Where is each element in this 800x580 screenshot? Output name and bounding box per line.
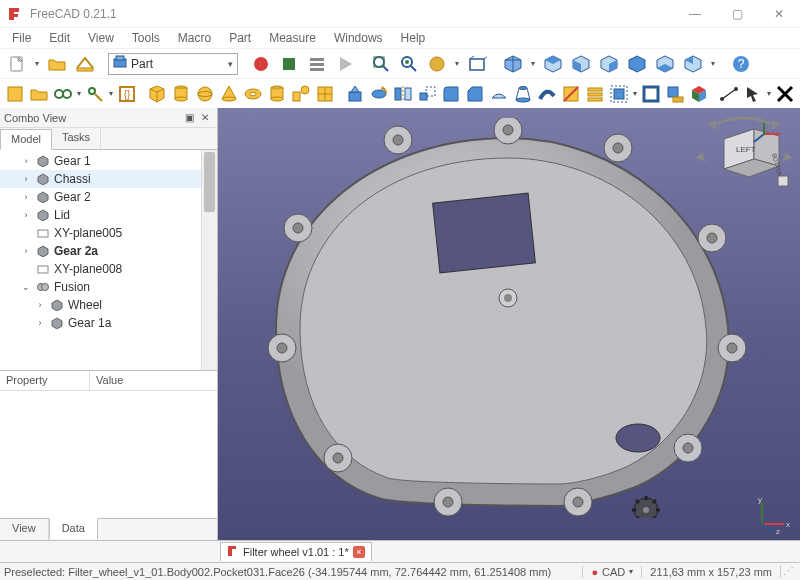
workbench-selector[interactable]: Part ▾ <box>108 53 238 75</box>
tree-item[interactable]: ›Gear 1a <box>0 314 217 332</box>
primitives-button[interactable] <box>290 81 312 107</box>
whats-this-button[interactable]: ? <box>728 51 754 77</box>
tree-expand-toggle[interactable]: › <box>20 210 32 220</box>
macro-list-button[interactable] <box>304 51 330 77</box>
menu-part[interactable]: Part <box>221 29 259 47</box>
fit-all-button[interactable] <box>368 51 394 77</box>
link-actions-dropdown[interactable]: ▾ <box>108 89 114 98</box>
projection-button[interactable] <box>664 81 686 107</box>
document-tab[interactable]: Filter wheel v1.01 : 1* × <box>220 542 372 561</box>
view-top-button[interactable] <box>568 51 594 77</box>
tree-expand-toggle[interactable]: › <box>20 246 32 256</box>
extrude-button[interactable] <box>344 81 366 107</box>
link-actions-button[interactable] <box>84 81 106 107</box>
cone-button[interactable] <box>218 81 240 107</box>
sweep-button[interactable] <box>536 81 558 107</box>
menu-windows[interactable]: Windows <box>326 29 391 47</box>
arrow-select-button[interactable] <box>742 81 764 107</box>
cross-sections-button[interactable] <box>584 81 606 107</box>
view-front-button[interactable] <box>540 51 566 77</box>
view-isometric-dropdown[interactable]: ▾ <box>528 59 538 68</box>
maximize-button[interactable]: ▢ <box>716 0 758 28</box>
tree-expand-toggle[interactable]: › <box>34 318 46 328</box>
tree-item[interactable]: ›Gear 2 <box>0 188 217 206</box>
tree-item[interactable]: XY-plane005 <box>0 224 217 242</box>
tree-item[interactable]: ›Wheel <box>0 296 217 314</box>
tube-button[interactable] <box>266 81 288 107</box>
tree-expand-toggle[interactable]: › <box>20 156 32 166</box>
tree-item[interactable]: ›Lid <box>0 206 217 224</box>
tree-item[interactable]: XY-plane008 <box>0 260 217 278</box>
measure-linear-button[interactable] <box>718 81 740 107</box>
view-left-button[interactable] <box>680 51 706 77</box>
nav-cube[interactable]: LEFT BOTTOM <box>694 114 794 204</box>
view-rear-button[interactable] <box>624 51 650 77</box>
status-resize-grip[interactable]: ⋰ <box>780 565 796 578</box>
link-make-button[interactable] <box>52 81 74 107</box>
view-bottom-button[interactable] <box>652 51 678 77</box>
3d-viewport[interactable]: LEFT BOTTOM x y z <box>218 108 800 540</box>
color-per-face-button[interactable] <box>688 81 710 107</box>
scale-button[interactable] <box>416 81 438 107</box>
tree-expand-toggle[interactable]: › <box>20 174 32 184</box>
menu-edit[interactable]: Edit <box>41 29 78 47</box>
tab-model[interactable]: Model <box>0 129 52 150</box>
property-tab-view[interactable]: View <box>0 519 49 540</box>
model-tree[interactable]: ›Gear 1›Chassi›Gear 2›LidXY-plane005›Gea… <box>0 150 217 370</box>
offset3d-dropdown[interactable]: ▾ <box>632 89 638 98</box>
view-isometric-button[interactable] <box>500 51 526 77</box>
tree-item[interactable]: ›Gear 1 <box>0 152 217 170</box>
status-nav-mode[interactable]: ● CAD ▾ <box>582 566 641 578</box>
tree-item[interactable]: ›Chassi <box>0 170 217 188</box>
close-window-button[interactable]: ✕ <box>758 0 800 28</box>
thickness-button[interactable] <box>640 81 662 107</box>
close-x-button[interactable] <box>774 81 796 107</box>
macro-run-button[interactable] <box>332 51 358 77</box>
draw-style-dropdown[interactable]: ▾ <box>452 59 462 68</box>
menu-help[interactable]: Help <box>393 29 434 47</box>
draw-style-button[interactable] <box>424 51 450 77</box>
cylinder-button[interactable] <box>170 81 192 107</box>
macro-stop-button[interactable] <box>276 51 302 77</box>
tree-expand-toggle[interactable]: › <box>20 192 32 202</box>
create-part-button[interactable] <box>4 81 26 107</box>
minimize-button[interactable]: — <box>674 0 716 28</box>
tree-expand-toggle[interactable]: ⌄ <box>20 282 32 292</box>
new-file-dropdown[interactable]: ▾ <box>32 59 42 68</box>
panel-float-button[interactable]: ▣ <box>181 110 197 126</box>
panel-close-button[interactable]: ✕ <box>197 110 213 126</box>
macro-record-button[interactable] <box>248 51 274 77</box>
scrollbar-thumb[interactable] <box>204 152 215 212</box>
save-file-button[interactable] <box>72 51 98 77</box>
link-dropdown[interactable]: ▾ <box>76 89 82 98</box>
menu-tools[interactable]: Tools <box>124 29 168 47</box>
tree-item[interactable]: ⌄Fusion <box>0 278 217 296</box>
menu-measure[interactable]: Measure <box>261 29 324 47</box>
loft-button[interactable] <box>512 81 534 107</box>
new-file-button[interactable] <box>4 51 30 77</box>
mirror-button[interactable] <box>392 81 414 107</box>
chamfer-button[interactable] <box>464 81 486 107</box>
revolve-button[interactable] <box>368 81 390 107</box>
view-group-dropdown[interactable]: ▾ <box>708 59 718 68</box>
tree-scrollbar[interactable] <box>201 150 217 370</box>
measure-dropdown[interactable]: ▾ <box>766 89 772 98</box>
var-set-button[interactable]: {} <box>116 81 138 107</box>
menu-view[interactable]: View <box>80 29 122 47</box>
section-button[interactable] <box>560 81 582 107</box>
tree-item[interactable]: ›Gear 2a <box>0 242 217 260</box>
sphere-button[interactable] <box>194 81 216 107</box>
bounding-box-button[interactable] <box>464 51 490 77</box>
fillet-button[interactable] <box>440 81 462 107</box>
create-group-button[interactable] <box>28 81 50 107</box>
property-tab-data[interactable]: Data <box>49 518 98 539</box>
offset3d-button[interactable] <box>608 81 630 107</box>
ruled-surface-button[interactable] <box>488 81 510 107</box>
cube-button[interactable] <box>146 81 168 107</box>
shape-builder-button[interactable] <box>314 81 336 107</box>
menu-macro[interactable]: Macro <box>170 29 219 47</box>
open-file-button[interactable] <box>44 51 70 77</box>
torus-button[interactable] <box>242 81 264 107</box>
tree-expand-toggle[interactable]: › <box>34 300 46 310</box>
document-tab-close[interactable]: × <box>353 546 365 558</box>
